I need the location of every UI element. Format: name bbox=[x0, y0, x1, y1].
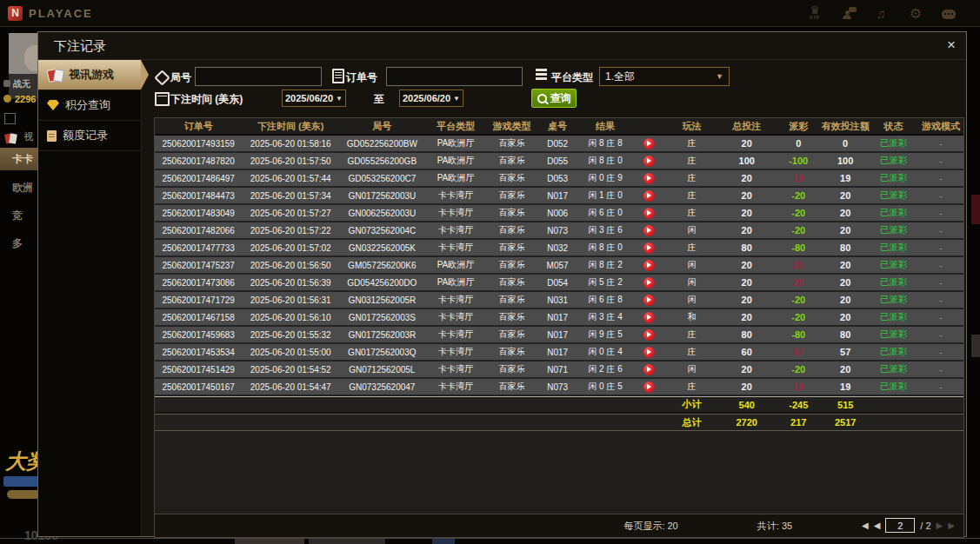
page-input[interactable] bbox=[885, 518, 915, 533]
cell-bet: 20 bbox=[718, 379, 775, 395]
cell-bet: 100 bbox=[718, 153, 775, 169]
cell-replay bbox=[633, 170, 665, 186]
cell-round: GD053256200C7 bbox=[339, 170, 425, 186]
replay-button[interactable] bbox=[643, 347, 655, 358]
cell-mode: - bbox=[918, 379, 963, 395]
cell-time: 2025-06-20 01:56:50 bbox=[242, 257, 339, 273]
tab-points-query[interactable]: 积分查询 bbox=[38, 90, 141, 121]
cell-time: 2025-06-20 01:58:16 bbox=[242, 136, 339, 151]
play-icon bbox=[647, 332, 651, 337]
cell-round: GN0172562003Q bbox=[339, 344, 425, 360]
column-header-valid: 有效投注额 bbox=[822, 118, 869, 134]
cell-bet: 20 bbox=[718, 136, 775, 151]
settings-icon[interactable] bbox=[907, 7, 924, 20]
cell-bet: 20 bbox=[718, 362, 775, 377]
subtotal-spacer bbox=[869, 397, 963, 412]
replay-button[interactable] bbox=[643, 312, 655, 323]
cell-result: 闲 9 庄 5 bbox=[577, 327, 632, 342]
date-to-picker[interactable]: 2025/06/20 ▼ bbox=[399, 90, 463, 107]
close-icon[interactable]: × bbox=[947, 36, 956, 54]
cell-tableNo: N017 bbox=[537, 327, 578, 342]
cell-game: 百家乐 bbox=[486, 188, 537, 203]
cell-platform: 卡卡湾厅 bbox=[425, 327, 487, 342]
replay-button[interactable] bbox=[643, 208, 655, 219]
cell-replay bbox=[633, 327, 665, 342]
table-row: 2506200174878202025-06-20 01:57:50GD0552… bbox=[155, 153, 963, 170]
cell-play: 庄 bbox=[665, 240, 718, 255]
replay-button[interactable] bbox=[643, 173, 655, 184]
background-fragment bbox=[971, 335, 980, 357]
cell-platform: 卡卡湾厅 bbox=[425, 379, 487, 395]
support-chat-icon[interactable] bbox=[841, 7, 855, 19]
cell-mode: - bbox=[918, 222, 963, 238]
replay-button[interactable] bbox=[643, 260, 655, 271]
next-page-button[interactable]: ▶ bbox=[937, 521, 943, 530]
play-icon bbox=[647, 280, 651, 285]
replay-button[interactable] bbox=[643, 295, 655, 306]
column-header-platform: 平台类型 bbox=[425, 118, 487, 134]
cell-valid: 19 bbox=[822, 170, 869, 186]
cell-payout: -80 bbox=[775, 240, 822, 255]
replay-button[interactable] bbox=[643, 381, 655, 393]
cell-time: 2025-06-20 01:57:50 bbox=[242, 153, 339, 169]
platform-type-select[interactable]: 1.全部 ▼ bbox=[599, 67, 730, 86]
replay-button[interactable] bbox=[643, 156, 655, 167]
cell-replay bbox=[633, 344, 665, 360]
table-footer: 每页显示: 20 共计: 35 ◀ ◀ / 2 ▶ ▶ bbox=[155, 514, 963, 537]
cell-bet: 20 bbox=[718, 170, 775, 186]
prev-page-button[interactable]: ◀ bbox=[874, 521, 881, 530]
cell-valid: 80 bbox=[822, 327, 869, 342]
replay-button[interactable] bbox=[643, 138, 655, 149]
cell-bet: 20 bbox=[718, 188, 775, 203]
bet-records-table: 订单号下注时间 (美东)局号平台类型游戏类型桌号结果玩法总投注派彩有效投注额状态… bbox=[154, 117, 964, 538]
last-page-button[interactable]: ▶ bbox=[948, 521, 955, 530]
replay-button[interactable] bbox=[643, 190, 655, 202]
cell-result: 闲 0 庄 9 bbox=[577, 170, 632, 186]
cell-payout: -100 bbox=[775, 153, 822, 169]
column-header-order: 订单号 bbox=[155, 118, 242, 134]
cell-order: 250620017484473 bbox=[155, 188, 242, 203]
tab-video-games[interactable]: 视讯游戏 bbox=[38, 60, 141, 90]
cell-order: 250620017477733 bbox=[155, 240, 242, 255]
cell-replay bbox=[633, 292, 665, 308]
chat-icon[interactable] bbox=[942, 10, 956, 19]
cell-result: 闲 6 庄 8 bbox=[577, 292, 632, 308]
cell-result: 闲 1 庄 0 bbox=[577, 188, 632, 203]
replay-button[interactable] bbox=[643, 225, 655, 236]
cell-replay bbox=[633, 379, 665, 395]
cell-time: 2025-06-20 01:56:31 bbox=[242, 292, 339, 308]
replay-button[interactable] bbox=[643, 277, 655, 289]
app-root: N PLAYACE VIP 战无 2296 视 卡卡 欧洲 竞 多 大奖 101… bbox=[0, 0, 980, 544]
cell-game: 百家乐 bbox=[486, 240, 537, 255]
document-icon bbox=[47, 130, 57, 142]
search-button[interactable]: 查询 bbox=[531, 89, 577, 108]
cell-tableNo: D053 bbox=[537, 170, 578, 186]
cell-platform: 卡卡湾厅 bbox=[425, 362, 487, 377]
playace-logo[interactable]: N PLAYACE bbox=[8, 6, 93, 21]
tab-quota-records[interactable]: 额度记录 bbox=[38, 121, 141, 151]
music-icon[interactable] bbox=[872, 7, 890, 20]
first-page-button[interactable]: ◀ bbox=[862, 521, 869, 530]
cell-play: 庄 bbox=[665, 379, 718, 395]
table-row: 2506200174535342025-06-20 01:55:00GN0172… bbox=[155, 344, 963, 362]
background-thumbnail bbox=[309, 539, 385, 544]
order-number-input[interactable] bbox=[386, 67, 523, 86]
date-from-picker[interactable]: 2025/06/20 ▼ bbox=[282, 90, 346, 107]
replay-button[interactable] bbox=[643, 364, 655, 375]
cell-bet: 60 bbox=[718, 344, 775, 360]
cell-bet: 20 bbox=[718, 292, 775, 308]
play-icon bbox=[647, 315, 651, 320]
background-username: 战无 bbox=[3, 78, 30, 90]
cell-mode: - bbox=[918, 240, 963, 255]
calendar-icon bbox=[155, 92, 170, 106]
cell-status: 已派彩 bbox=[869, 379, 918, 395]
replay-button[interactable] bbox=[643, 242, 655, 254]
column-header-play: 玩法 bbox=[665, 118, 718, 134]
round-number-input[interactable] bbox=[195, 67, 322, 86]
cell-result: 闲 8 庄 8 bbox=[577, 136, 632, 151]
replay-button[interactable] bbox=[643, 329, 655, 341]
cell-platform: 卡卡湾厅 bbox=[425, 344, 487, 360]
column-header-tableNo: 桌号 bbox=[537, 118, 578, 134]
vip-icon[interactable]: VIP bbox=[806, 6, 823, 21]
cell-time: 2025-06-20 01:57:27 bbox=[242, 205, 339, 221]
